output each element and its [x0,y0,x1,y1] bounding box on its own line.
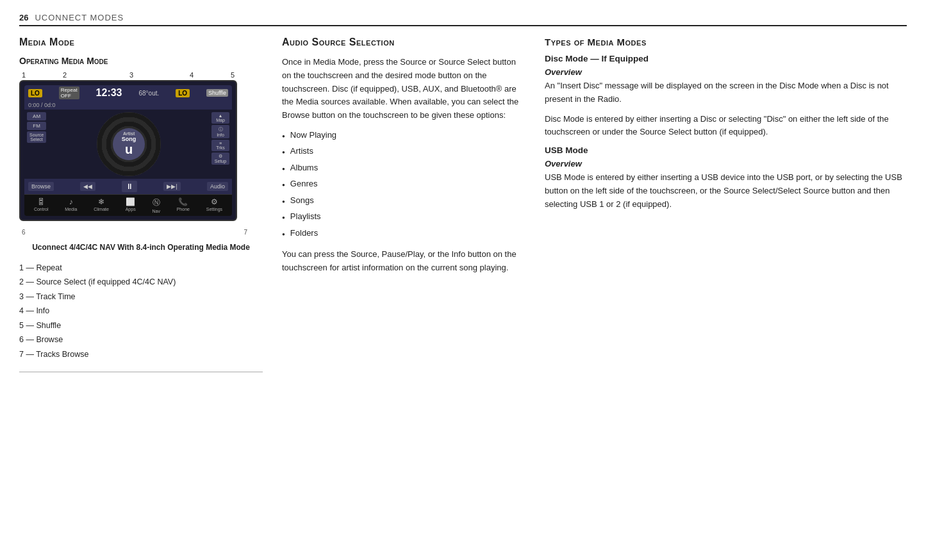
left-source-buttons: AM FM SourceSelect [27,112,46,176]
nav-apps-label: Apps [126,207,136,211]
next-button[interactable]: ▶▶| [163,182,180,191]
legend-item-7: 7 — Tracks Browse [19,347,263,362]
settings-icon: ⚙ [211,197,218,206]
types-of-media-modes-title: Types of Media Modes [545,37,907,47]
legend-item-2: 2 — Source Select (if equipped 4C/4C NAV… [19,275,263,290]
screen-row1: LO RepeatOFF 12:33 68°out. LO Shuffle [24,85,232,101]
nav-climate-label: Climate [94,207,109,211]
nav-settings[interactable]: ⚙ Settings [206,197,222,213]
disc-mode-heading: Disc Mode — If Equipped [545,54,907,63]
shuffle-button[interactable]: Shuffle [206,89,228,97]
disc-body2: Disc Mode is entered by either inserting… [545,113,907,140]
legend-item-3: 3 — Track Time [19,290,263,304]
right-info-buttons: ▲Map ⓘInfo ≡Trks ⚙Setup [211,112,229,176]
audio-source-body1: Once in Media Mode, press the Source or … [282,56,525,122]
media-mode-title: Media Mode [19,37,263,48]
usb-mode-heading: USB Mode [545,145,907,155]
label-2: 2 [63,71,67,79]
left-column: Media Mode Operating Media Mode 1 2 3 4 … [19,37,263,372]
overview2-heading: Overview [545,159,907,169]
bullet-now-playing: Now Playing [282,129,525,142]
bullet-genres: Genres [282,177,525,190]
page-number: 26 [19,13,28,22]
nav-nav-label: Nav [152,209,160,213]
temperature: 68°out. [138,90,159,97]
bullet-albums: Albums [282,161,525,174]
am-button[interactable]: AM [27,112,46,120]
trks-button[interactable]: ≡Trks [211,140,229,151]
setup-button[interactable]: ⚙Setup [211,152,229,165]
nav-apps[interactable]: ⬜ Apps [126,197,136,213]
label-5: 5 [231,71,235,79]
overview2-body: USB Mode is entered by either inserting … [545,171,907,211]
browse-control-button[interactable]: Browse [28,182,54,191]
nav-settings-label: Settings [206,207,222,211]
label-3: 3 [129,71,133,79]
progress-time: 0:00 / 0d:0 [28,102,56,108]
repeat-badge: RepeatOFF [59,86,79,99]
pause-button[interactable]: ⏸ [122,181,137,192]
left-column-divider [19,372,263,372]
browse-options-list: Now Playing Artists Albums Genres Songs … [282,129,525,240]
label-7: 7 [244,229,247,236]
phone-icon: 📞 [178,197,188,206]
device-screen: LO RepeatOFF 12:33 68°out. LO Shuffle 0:… [24,85,232,216]
legend-item-5: 5 — Shuffle [19,318,263,333]
nav-control-label: Control [34,207,49,211]
prev-button[interactable]: ◀◀ [80,182,95,191]
song-text: Song [122,136,136,142]
mid-column: Audio Source Selection Once in Media Mod… [282,37,525,372]
vinyl-disc: Artist Song u [97,112,161,176]
legend-list: 1 — Repeat 2 — Source Select (if equippe… [19,261,263,362]
device-bottom-number-labels: 6 7 [19,227,263,237]
overview1-body: An "Insert Disc" message will be display… [545,79,907,106]
label-4: 4 [190,71,194,79]
fm-button[interactable]: FM [27,122,46,130]
climate-icon: ❄ [98,197,104,206]
page-header-title: UCONNECT MODES [35,13,124,22]
device-caption: Uconnect 4/4C/4C NAV With 8.4-inch Opera… [19,242,263,253]
source-select-button[interactable]: SourceSelect [27,131,46,143]
nav-control[interactable]: 🎛 Control [34,197,49,213]
overview1-heading: Overview [545,67,907,77]
device-top-number-labels: 1 2 3 4 5 [19,71,237,79]
bottom-nav-bar: 🎛 Control ♪ Media ❄ Climate ⬜ [24,194,232,216]
nav-climate[interactable]: ❄ Climate [94,197,109,213]
device-mockup: LO RepeatOFF 12:33 68°out. LO Shuffle 0:… [19,80,237,221]
bullet-songs: Songs [282,194,525,207]
playback-controls: Browse ◀◀ ⏸ ▶▶| Audio [24,179,232,194]
label-6: 6 [22,229,26,236]
lo-right: LO [176,89,190,97]
track-time: 12:33 [96,87,122,99]
nav-nav[interactable]: Ⓝ Nav [152,197,160,213]
nav-phone[interactable]: 📞 Phone [177,197,190,213]
bullet-playlists: Playlists [282,210,525,223]
legend-item-4: 4 — Info [19,304,263,318]
vinyl-u-logo: u [125,142,133,157]
nav-icon: Ⓝ [153,197,160,208]
legend-item-1: 1 — Repeat [19,261,263,276]
operating-media-mode-title: Operating Media Mode [19,56,263,66]
screen-center-vinyl: Artist Song u [49,112,209,176]
control-icon: 🎛 [37,197,45,206]
bullet-artists: Artists [282,145,525,158]
media-icon: ♪ [69,197,73,206]
screen-main-area: AM FM SourceSelect Artist Song u [24,110,232,179]
map-button[interactable]: ▲Map [211,112,229,124]
progress-bar: 0:00 / 0d:0 [24,101,232,110]
audio-button[interactable]: Audio [207,182,228,191]
right-column: Types of Media Modes Disc Mode — If Equi… [545,37,907,372]
artist-text: Artist [123,131,135,136]
lo-left: LO [28,89,42,97]
audio-source-body2: You can press the Source, Pause/Play, or… [282,248,525,275]
bullet-folders: Folders [282,227,525,240]
nav-phone-label: Phone [177,207,190,211]
nav-media-label: Media [65,207,77,211]
legend-item-6: 6 — Browse [19,333,263,347]
label-1: 1 [22,71,26,79]
vinyl-label: Artist Song u [113,128,145,160]
nav-media[interactable]: ♪ Media [65,197,77,213]
apps-icon: ⬜ [126,197,135,206]
info-button[interactable]: ⓘInfo [211,125,229,138]
audio-source-selection-title: Audio Source Selection [282,37,525,48]
